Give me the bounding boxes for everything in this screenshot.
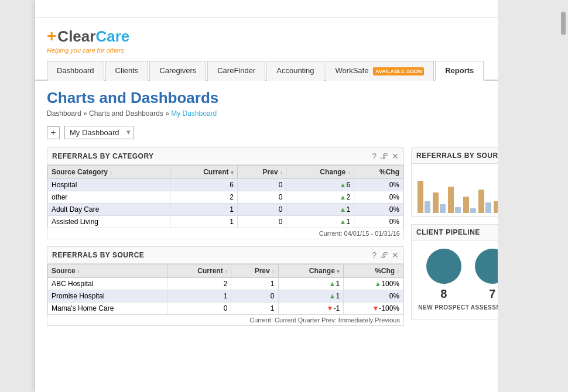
col-prev[interactable]: Prev ↕ <box>237 166 286 179</box>
table-row: Promise Hospital 1 0 ▲1 0% <box>48 290 403 302</box>
referrals-by-source-widget: REFERRALS BY SOURCE ? 🖇 ✕ Source ↕ <box>47 246 404 326</box>
pct-cell: 0% <box>344 290 403 302</box>
tab-caregivers[interactable]: Caregivers <box>149 61 206 81</box>
current-cell: 0 <box>167 302 231 315</box>
client-pipeline-title: CLIENT PIPELINE <box>416 228 480 236</box>
change-cell: ▲1 <box>286 204 354 216</box>
bar-blue-2 <box>440 204 446 213</box>
col-change[interactable]: Change ↕ <box>286 166 354 179</box>
link-icon-source[interactable]: 🖇 <box>380 250 388 260</box>
bar-blue-5 <box>485 202 491 213</box>
table-row: ABC Hospital 2 1 ▲1 ▲100% <box>48 278 403 290</box>
nav-tabs: Dashboard Clients Caregivers CareFinder … <box>35 60 533 81</box>
pipeline-circle-new-prospect <box>426 249 461 284</box>
bar-orange-1 <box>418 181 423 213</box>
tab-carefinder[interactable]: CareFinder <box>207 61 265 81</box>
pipeline-label-new-prospect: NEW PROSPECT <box>418 304 469 311</box>
category-cell: Hospital <box>48 179 170 191</box>
change-cell: ▼-1 <box>278 302 344 315</box>
help-icon[interactable]: ? <box>372 152 377 161</box>
table-row: Hospital 6 0 ▲6 0% <box>48 179 403 191</box>
breadcrumb-sep1: » <box>83 109 89 118</box>
tab-dashboard[interactable]: Dashboard <box>47 61 104 81</box>
logo-clear: Clear <box>57 27 95 46</box>
bar-blue-3 <box>455 207 461 213</box>
tab-reports[interactable]: Reports <box>435 61 484 81</box>
bar-blue-1 <box>425 201 430 213</box>
current-cell: 2 <box>167 278 231 290</box>
close-icon-source[interactable]: ✕ <box>392 250 399 260</box>
referrals-by-category-title: REFERRALS BY CATEGORY <box>52 152 154 160</box>
source-cell: Mama's Home Care <box>48 302 167 315</box>
change-cell: ▲1 <box>278 290 344 302</box>
prev-cell: 1 <box>231 302 278 315</box>
page-title: Charts and Dashboards <box>47 89 521 107</box>
change-cell: ▲6 <box>286 179 354 191</box>
add-dashboard-button[interactable]: + <box>47 126 60 139</box>
category-cell: Adult Day Care <box>48 204 170 216</box>
tab-accounting[interactable]: Accounting <box>266 61 324 81</box>
category-cell: Assisted Living <box>48 216 170 228</box>
col-change-s[interactable]: Change ▾ <box>278 264 344 278</box>
bar-group-2 <box>433 192 446 213</box>
dashboard-selector: + My Dashboard <box>47 126 521 139</box>
breadcrumb-charts[interactable]: Charts and Dashboards <box>89 109 163 118</box>
logo-tagline: Helping you care for others <box>47 47 521 54</box>
prev-cell: 0 <box>237 191 286 204</box>
current-cell: 1 <box>167 290 231 302</box>
worksafe-badge: AVAILABLE SOON <box>373 67 424 75</box>
referrals-by-source-header: REFERRALS BY SOURCE ? 🖇 ✕ <box>47 247 403 264</box>
bar-orange-2 <box>433 192 439 213</box>
tab-clients[interactable]: Clients <box>105 61 149 81</box>
source-cell: Promise Hospital <box>48 290 167 302</box>
change-cell: ▲1 <box>278 278 344 290</box>
bar-orange-5 <box>478 190 484 213</box>
col-source-category[interactable]: Source Category ↕ <box>48 166 170 179</box>
breadcrumb-dashboard[interactable]: Dashboard <box>47 109 81 118</box>
referrals-by-source-title: REFERRALS BY SOURCE <box>52 251 144 259</box>
pipeline-num-new-prospect: 8 <box>440 287 447 301</box>
referrals-by-source-chart-title: REFERRALS BY SOURCE <box>416 152 508 160</box>
current-cell: 1 <box>170 204 237 216</box>
right-sidebar <box>498 0 568 392</box>
table-row: Assisted Living 1 0 ▲1 0% <box>48 216 403 228</box>
current-cell: 6 <box>170 179 237 191</box>
pipeline-item-new-prospect: 8 NEW PROSPECT <box>418 249 469 311</box>
table-row: Mama's Home Care 0 1 ▼-1 ▼-100% <box>48 302 403 315</box>
current-cell: 2 <box>170 191 237 204</box>
logo-plus: + <box>47 27 56 46</box>
bar-group-4 <box>463 197 476 213</box>
referrals-by-category-widget: REFERRALS BY CATEGORY ? 🖇 ✕ Source Categ… <box>47 147 404 239</box>
help-icon-source[interactable]: ? <box>372 250 377 260</box>
widget-icons: ? 🖇 ✕ <box>372 152 399 161</box>
tab-worksafe[interactable]: WorkSafe AVAILABLE SOON <box>326 61 434 81</box>
close-icon[interactable]: ✕ <box>392 152 399 161</box>
col-prev-s[interactable]: Prev ↕ <box>231 264 278 278</box>
prev-cell: 0 <box>237 179 286 191</box>
col-current[interactable]: Current ▾ <box>170 166 237 179</box>
breadcrumb-current[interactable]: My Dashboard <box>171 109 217 118</box>
col-pctchg-s[interactable]: %Chg ↕ <box>344 264 403 278</box>
bar-orange-3 <box>448 187 454 213</box>
change-cell: ▲2 <box>286 191 354 204</box>
pct-cell: 0% <box>354 179 403 191</box>
bar-blue-4 <box>470 208 476 213</box>
scrollbar[interactable] <box>561 12 566 35</box>
category-cell: other <box>48 191 170 204</box>
left-column: REFERRALS BY CATEGORY ? 🖇 ✕ Source Categ… <box>47 147 404 333</box>
table-row: other 2 0 ▲2 0% <box>48 191 403 204</box>
col-current-s[interactable]: Current ↕ <box>167 264 231 278</box>
bar-group-1 <box>418 181 430 213</box>
source-cell: ABC Hospital <box>48 278 167 290</box>
link-icon[interactable]: 🖇 <box>380 152 388 161</box>
breadcrumb-sep2: » <box>165 109 171 118</box>
dashboard-select[interactable]: My Dashboard <box>64 126 134 139</box>
breadcrumb: Dashboard » Charts and Dashboards » My D… <box>47 109 521 118</box>
col-source[interactable]: Source ↕ <box>48 264 167 278</box>
pct-cell: 0% <box>354 204 403 216</box>
date-range-source: Current: Current Quarter Prev: Immediate… <box>47 315 403 325</box>
bar-group-3 <box>448 187 461 213</box>
widget-icons-source: ? 🖇 ✕ <box>372 250 399 260</box>
referrals-by-source-table: Source ↕ Current ↕ Prev ↕ Change ▾ %Chg … <box>47 264 403 315</box>
col-pctchg[interactable]: %Chg <box>354 166 403 179</box>
